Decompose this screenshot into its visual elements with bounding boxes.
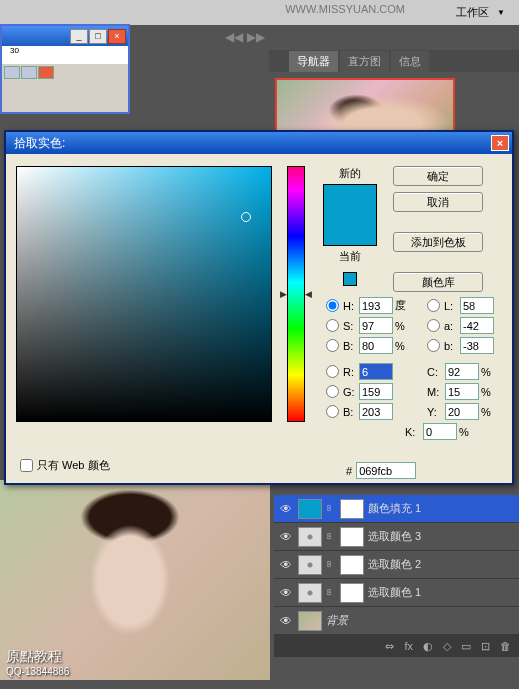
radio-s[interactable]: [326, 319, 339, 332]
hue-slider[interactable]: [287, 166, 305, 422]
tab-info[interactable]: 信息: [391, 51, 429, 72]
radio-g[interactable]: [326, 385, 339, 398]
layer-row[interactable]: 👁 𝟾 选取颜色 3: [274, 523, 519, 551]
eye-icon[interactable]: 👁: [278, 529, 294, 545]
workspace-label[interactable]: 工作区: [456, 5, 489, 20]
input-g[interactable]: [359, 383, 393, 400]
input-a[interactable]: [460, 317, 494, 334]
layers-footer: ⇔ fx ◐ ◇ ▭ ⊡ 🗑: [274, 635, 519, 657]
credit-watermark: 原點教程 QQ-13844886: [6, 648, 69, 677]
layer-thumbnail[interactable]: [298, 499, 322, 519]
layer-name[interactable]: 颜色填充 1: [368, 501, 515, 516]
layers-panel: 👁 𝟾 颜色填充 1 👁 𝟾 选取颜色 3 👁 𝟾 选取颜色 2 👁 𝟾 选取颜…: [274, 495, 519, 689]
label-g: G:: [343, 386, 357, 398]
color-library-button[interactable]: 颜色库: [393, 272, 483, 292]
layer-row[interactable]: 👁 𝟾 选取颜色 2: [274, 551, 519, 579]
maximize-button[interactable]: □: [89, 29, 107, 44]
sv-cursor-icon: [241, 212, 251, 222]
input-h[interactable]: [359, 297, 393, 314]
mask-thumbnail[interactable]: [340, 555, 364, 575]
layer-row[interactable]: 👁 𝟾 颜色填充 1: [274, 495, 519, 523]
input-s[interactable]: [359, 317, 393, 334]
input-m[interactable]: [445, 383, 479, 400]
input-b[interactable]: [359, 337, 393, 354]
mask-thumbnail[interactable]: [340, 583, 364, 603]
radio-l[interactable]: [427, 299, 440, 312]
minimize-button[interactable]: _: [70, 29, 88, 44]
panel-tabs: 导航器 直方图 信息: [269, 50, 519, 72]
close-icon[interactable]: ×: [491, 135, 509, 151]
current-color-swatch[interactable]: [324, 215, 376, 245]
trash-icon[interactable]: 🗑: [500, 640, 511, 652]
hex-row: #: [346, 462, 416, 479]
input-l[interactable]: [460, 297, 494, 314]
fx-icon[interactable]: fx: [404, 640, 413, 652]
input-bb[interactable]: [359, 403, 393, 420]
input-r[interactable]: [359, 363, 393, 380]
new-layer-icon[interactable]: ⊡: [481, 640, 490, 653]
layer-thumbnail[interactable]: [298, 527, 322, 547]
tab-arrow-left-icon[interactable]: ◀◀: [225, 30, 243, 44]
mask-icon[interactable]: ◐: [423, 640, 433, 653]
new-color-label: 新的: [339, 166, 361, 181]
saturation-value-field[interactable]: [16, 166, 272, 422]
close-icon[interactable]: [38, 66, 54, 79]
tab-arrow-right-icon[interactable]: ▶▶: [247, 30, 265, 44]
layer-name[interactable]: 选取颜色 2: [368, 557, 515, 572]
current-color-label: 当前: [339, 249, 361, 264]
tab-navigator[interactable]: 导航器: [289, 51, 338, 72]
label-c: C:: [427, 366, 443, 378]
chevron-down-icon[interactable]: ▼: [497, 8, 505, 17]
input-c[interactable]: [445, 363, 479, 380]
radio-b[interactable]: [326, 339, 339, 352]
radio-bb[interactable]: [326, 405, 339, 418]
label-h: H:: [343, 300, 357, 312]
link-icon[interactable]: 𝟾: [326, 531, 336, 542]
ok-button[interactable]: 确定: [393, 166, 483, 186]
tab-histogram[interactable]: 直方图: [340, 51, 389, 72]
eye-icon[interactable]: 👁: [278, 585, 294, 601]
eye-icon[interactable]: 👁: [278, 613, 294, 629]
radio-r[interactable]: [326, 365, 339, 378]
mask-thumbnail[interactable]: [340, 527, 364, 547]
layer-name[interactable]: 选取颜色 3: [368, 529, 515, 544]
layer-thumbnail[interactable]: [298, 555, 322, 575]
new-color-swatch: [324, 185, 376, 215]
link-icon[interactable]: 𝟾: [326, 587, 336, 598]
dialog-titlebar[interactable]: 拾取实色: ×: [6, 132, 512, 154]
close-button[interactable]: ×: [108, 29, 126, 44]
adjustment-icon[interactable]: ◇: [443, 640, 451, 653]
layer-row[interactable]: 👁 𝟾 选取颜色 1: [274, 579, 519, 607]
layer-thumbnail[interactable]: [298, 611, 322, 631]
group-icon[interactable]: ▭: [461, 640, 471, 653]
tab-strip: ◀◀ ▶▶: [225, 28, 265, 46]
max-icon[interactable]: [21, 66, 37, 79]
mask-thumbnail[interactable]: [340, 499, 364, 519]
eye-icon[interactable]: 👁: [278, 501, 294, 517]
eye-icon[interactable]: 👁: [278, 557, 294, 573]
layer-row[interactable]: 👁 背景: [274, 607, 519, 635]
input-y[interactable]: [445, 403, 479, 420]
websafe-swatch[interactable]: [343, 272, 357, 286]
min-icon[interactable]: [4, 66, 20, 79]
input-k[interactable]: [423, 423, 457, 440]
add-swatch-button[interactable]: 添加到色板: [393, 232, 483, 252]
input-hex[interactable]: [356, 462, 416, 479]
label-b2: b:: [444, 340, 458, 352]
link-icon[interactable]: 𝟾: [326, 559, 336, 570]
radio-a[interactable]: [427, 319, 440, 332]
link-icon[interactable]: 𝟾: [326, 503, 336, 514]
radio-h[interactable]: [326, 299, 339, 312]
label-r: R:: [343, 366, 357, 378]
layer-name[interactable]: 选取颜色 1: [368, 585, 515, 600]
cancel-button[interactable]: 取消: [393, 192, 483, 212]
layer-name[interactable]: 背景: [326, 613, 515, 628]
input-b2[interactable]: [460, 337, 494, 354]
radio-b2[interactable]: [427, 339, 440, 352]
link-layers-icon[interactable]: ⇔: [385, 640, 394, 653]
credit-title: 原點教程: [6, 648, 69, 666]
web-only-checkbox[interactable]: [20, 459, 33, 472]
label-m: M:: [427, 386, 443, 398]
layer-thumbnail[interactable]: [298, 583, 322, 603]
label-k: K:: [405, 426, 421, 438]
